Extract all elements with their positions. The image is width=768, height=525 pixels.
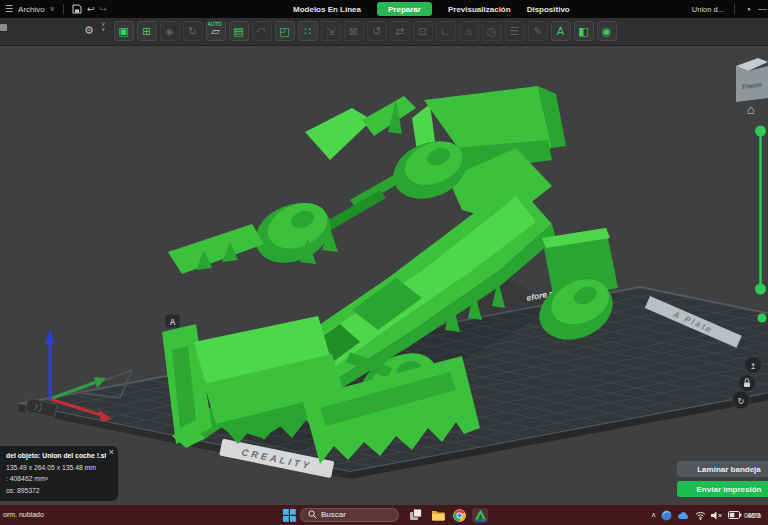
slice-plate-button[interactable]: Laminar bandeja [677, 461, 768, 477]
render-icon[interactable]: ◉ [597, 21, 617, 41]
divider [734, 4, 735, 14]
home-view-icon[interactable]: ⌂ [747, 102, 755, 117]
onedrive-icon[interactable] [677, 511, 690, 520]
file-menu[interactable]: Archivo [18, 5, 45, 14]
search-placeholder: Buscar [321, 510, 346, 519]
slider-handle-top[interactable] [755, 126, 766, 137]
redo-icon[interactable]: ↪ [99, 4, 107, 14]
clone-icon[interactable]: ⊡ [413, 21, 433, 41]
rotate-icon[interactable]: ↻ [183, 21, 203, 41]
tray-chevron-icon[interactable]: ∧ [651, 511, 656, 519]
object-triangles: os: 895372 [6, 485, 106, 497]
tower-icon[interactable]: ⌂ [459, 21, 479, 41]
layout-grid-icon[interactable]: ◰ [275, 21, 295, 41]
document-name: Union d... [692, 5, 724, 14]
object-info-panel: × del objeto: Union del coche !.stl 135.… [0, 446, 118, 501]
chrome-button[interactable] [452, 508, 466, 522]
drop-icon[interactable]: ⊠ [344, 21, 364, 41]
task-view-button[interactable] [409, 508, 423, 522]
windows-taskbar: orm. nublado Buscar [0, 505, 768, 525]
search-input[interactable]: Buscar [300, 508, 399, 523]
divider [63, 4, 64, 14]
object-name: del objeto: Union del coche !.stl [6, 450, 106, 462]
send-print-button[interactable]: Enviar impresión [677, 481, 768, 497]
wifi-icon[interactable] [695, 511, 706, 520]
auto-badge: AUTO [208, 21, 222, 27]
add-model-icon[interactable]: ▣ [114, 21, 134, 41]
split-view-icon[interactable]: ◧ [574, 21, 594, 41]
auto-arrange-icon[interactable]: ▱AUTO [206, 21, 226, 41]
layer-slider[interactable] [755, 126, 766, 295]
mirror-icon[interactable]: ⇄ [390, 21, 410, 41]
file-explorer-button[interactable] [431, 508, 445, 522]
titlebar: ☰ Archivo ∨ ↩ ↪ Modelos En LíneaPreparar… [0, 0, 768, 18]
hamburger-menu-icon[interactable]: ☰ [5, 4, 13, 14]
arrange-arch-icon[interactable]: ◠ [252, 21, 272, 41]
nav-cube[interactable]: Frente [736, 58, 768, 102]
support-icon[interactable]: ▤ [229, 21, 249, 41]
plate-corner-tag[interactable]: A [165, 314, 180, 328]
slider-handle-bottom[interactable] [755, 284, 766, 295]
battery-icon[interactable] [728, 510, 742, 520]
undo-icon[interactable]: ↩ [87, 4, 95, 14]
edge-icon[interactable] [661, 510, 672, 521]
object-size: 135.49 x 264.05 x 135.48 mm [6, 462, 106, 474]
close-icon[interactable]: × [109, 448, 114, 457]
gear-icon[interactable]: ⚙ [84, 25, 94, 36]
save-icon[interactable] [72, 4, 82, 14]
weather-widget[interactable]: orm. nublado [3, 511, 44, 518]
measure-icon[interactable]: ∟ [436, 21, 456, 41]
add-plate-icon[interactable]: ⊞ [137, 21, 157, 41]
tab-modelos-en-l-nea[interactable]: Modelos En Línea [293, 5, 361, 14]
lines-icon[interactable]: ☰ [505, 21, 525, 41]
turntable-icon[interactable]: ↺ [367, 21, 387, 41]
panel-toggle-icon[interactable] [0, 24, 7, 31]
scale-icon[interactable]: ⇲ [321, 21, 341, 41]
plate-corner-tag-label: A [169, 317, 175, 327]
toolbar: ⚙ ∨∨ ▣⊞◈↻▱AUTO▤◠◰∷⇲⊠↺⇄⊡∟⌂◷☰✎A◧◉ [0, 18, 768, 46]
sweep-icon: ↥ [750, 362, 757, 371]
start-button[interactable] [283, 509, 296, 522]
layout-dots-icon[interactable]: ∷ [298, 21, 318, 41]
clock-date[interactable]: 09/03 [744, 512, 760, 519]
text-tool-icon[interactable]: A [551, 21, 571, 41]
chevron-down-icon[interactable]: ∨ [50, 5, 55, 13]
paint-icon[interactable]: ✎ [528, 21, 548, 41]
history-icon[interactable]: ◷ [482, 21, 502, 41]
tab-previsualizaci-n[interactable]: Previsualización [448, 5, 511, 14]
plate-edit-dot[interactable] [758, 314, 767, 323]
move-icon[interactable]: ◈ [160, 21, 180, 41]
volume-muted-icon[interactable] [711, 511, 723, 520]
search-icon [308, 510, 317, 519]
gauge-icon[interactable]: ◔ [745, 4, 751, 15]
collapse-toolbar-icon[interactable]: ∨∨ [101, 22, 105, 32]
toolbar-icons: ▣⊞◈↻▱AUTO▤◠◰∷⇲⊠↺⇄⊡∟⌂◷☰✎A◧◉ [112, 21, 618, 41]
minimize-button[interactable]: — [758, 4, 767, 14]
tab-preparar[interactable]: Preparar [377, 2, 432, 16]
object-volume: : 408462 mm³ [6, 473, 106, 485]
refresh-icon: ↻ [737, 396, 744, 406]
creality-print-button[interactable] [472, 508, 488, 523]
tab-dispositivo[interactable]: Dispositivo [527, 5, 570, 14]
mode-tabs: Modelos En LíneaPrepararPrevisualización… [293, 0, 570, 18]
